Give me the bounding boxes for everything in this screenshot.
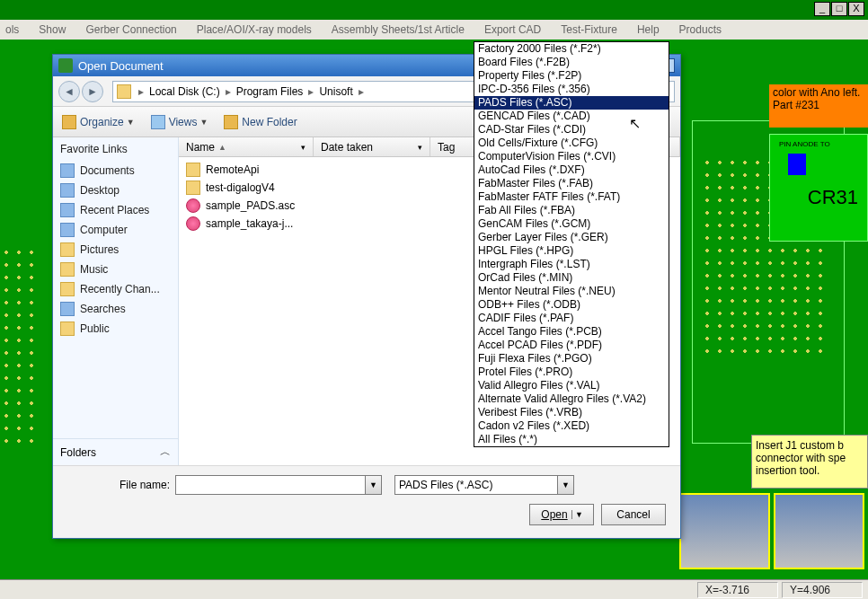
file-name-label: RemoteApi bbox=[206, 163, 259, 176]
folders-toggle[interactable]: Folders ︿ bbox=[53, 438, 178, 465]
favorite-desktop[interactable]: Desktop bbox=[53, 181, 178, 200]
chevron-right-icon: ▸ bbox=[224, 85, 233, 98]
filter-option[interactable]: CADIF Files (*.PAF) bbox=[474, 312, 669, 325]
chevron-down-icon[interactable]: ▼ bbox=[557, 476, 573, 494]
breadcrumb-segment[interactable]: Program Files bbox=[233, 85, 307, 98]
menu-place-aoi-x-ray-models[interactable]: Place/AOI/X-ray models bbox=[197, 23, 312, 36]
column-date[interactable]: Date taken▾ bbox=[314, 137, 430, 156]
folder-icon bbox=[60, 282, 75, 296]
filter-option[interactable]: OrCad Files (*.MIN) bbox=[474, 271, 669, 285]
filter-option[interactable]: Fuji Flexa Files (*.PGO) bbox=[474, 352, 669, 366]
filter-option[interactable]: IPC-D-356 Files (*.356) bbox=[474, 83, 669, 96]
folder-icon bbox=[60, 242, 75, 257]
pin-anode-text: PIN ANODE TO bbox=[779, 140, 858, 148]
chevron-right-icon: ▸ bbox=[137, 85, 146, 98]
thumbnail[interactable] bbox=[774, 493, 864, 569]
filter-option[interactable]: Fab All Files (*.FBA) bbox=[474, 204, 669, 217]
menu-ols[interactable]: ols bbox=[5, 23, 19, 36]
filter-option[interactable]: Board Files (*.F2B) bbox=[474, 56, 669, 69]
filter-option[interactable]: Accel PCAD Files (*.PDF) bbox=[474, 339, 669, 352]
back-button[interactable]: ◄ bbox=[58, 81, 80, 102]
views-icon bbox=[151, 115, 165, 129]
favorite-computer[interactable]: Computer bbox=[53, 220, 178, 240]
organize-icon bbox=[62, 115, 76, 129]
folder-icon bbox=[186, 181, 200, 195]
dialog-title-text: Open Document bbox=[78, 59, 164, 73]
menu-products[interactable]: Products bbox=[679, 23, 722, 36]
views-button[interactable]: Views▼ bbox=[151, 115, 208, 129]
file-name-label: sample_PADS.asc bbox=[206, 199, 295, 212]
filter-option[interactable]: Mentor Neutral Files (*.NEU) bbox=[474, 285, 669, 298]
chevron-down-icon[interactable]: ▼ bbox=[365, 476, 381, 494]
filter-option[interactable]: Accel Tango Files (*.PCB) bbox=[474, 325, 669, 339]
favorites-header: Favorite Links bbox=[53, 137, 178, 161]
filter-option[interactable]: FabMaster Files (*.FAB) bbox=[474, 177, 669, 190]
menu-assembly-sheets-1st-article[interactable]: Assembly Sheets/1st Article bbox=[332, 23, 465, 36]
filter-option[interactable]: Intergraph Files (*.LST) bbox=[474, 258, 669, 271]
filter-option[interactable]: HPGL Files (*.HPG) bbox=[474, 244, 669, 258]
file-type-filter[interactable]: PADS Files (*.ASC)▼ bbox=[394, 475, 574, 495]
favorite-label: Searches bbox=[80, 303, 126, 315]
component-pad bbox=[788, 154, 806, 175]
filter-option[interactable]: GenCAM Files (*.GCM) bbox=[474, 217, 669, 231]
column-name[interactable]: Name▲▾ bbox=[179, 137, 314, 156]
menu-test-fixture[interactable]: Test-Fixture bbox=[561, 23, 617, 36]
folder-icon bbox=[60, 183, 75, 198]
favorite-label: Pictures bbox=[80, 243, 119, 256]
filter-option[interactable]: PADS Files (*.ASC) bbox=[474, 96, 669, 110]
cancel-button[interactable]: Cancel bbox=[601, 504, 666, 525]
filter-option[interactable]: Veribest Files (*.VRB) bbox=[474, 406, 669, 419]
filter-option[interactable]: Alternate Valid Allegro Files (*.VA2) bbox=[474, 392, 669, 406]
dialog-bottom: File name: ▼ PADS Files (*.ASC)▼ Open▼ C… bbox=[53, 465, 680, 538]
filter-option[interactable]: Old Cells/Fixture (*.CFG) bbox=[474, 137, 669, 150]
new-folder-icon bbox=[224, 115, 238, 129]
close-button[interactable]: X bbox=[848, 2, 864, 16]
favorite-recent-places[interactable]: Recent Places bbox=[53, 200, 178, 220]
open-button[interactable]: Open▼ bbox=[529, 504, 594, 525]
thumbnail-strip bbox=[679, 493, 868, 569]
filter-option[interactable]: Factory 2000 Files (*.F2*) bbox=[474, 42, 669, 56]
menu-gerber-connection[interactable]: Gerber Connection bbox=[85, 23, 176, 36]
favorite-label: Desktop bbox=[80, 184, 120, 197]
minimize-button[interactable]: _ bbox=[814, 2, 830, 16]
filter-option[interactable]: ComputerVision Files (*.CVI) bbox=[474, 150, 669, 163]
chevron-down-icon[interactable]: ▼ bbox=[571, 510, 586, 519]
status-x: X=-3.716 bbox=[697, 582, 778, 598]
forward-button[interactable]: ► bbox=[82, 81, 103, 102]
filter-option[interactable]: Gerber Layer Files (*.GER) bbox=[474, 231, 669, 244]
menu-help[interactable]: Help bbox=[637, 23, 660, 36]
menu-export-cad[interactable]: Export CAD bbox=[484, 23, 541, 36]
cursor-icon: ↖ bbox=[629, 115, 641, 132]
filter-option[interactable]: All Files (*.*) bbox=[474, 433, 669, 446]
thumbnail[interactable] bbox=[679, 493, 770, 569]
folder-icon bbox=[60, 262, 75, 277]
favorite-music[interactable]: Music bbox=[53, 260, 178, 279]
filter-option[interactable]: AutoCad Files (*.DXF) bbox=[474, 163, 669, 177]
menu-show[interactable]: Show bbox=[39, 23, 66, 36]
favorite-searches[interactable]: Searches bbox=[53, 299, 178, 319]
favorite-label: Documents bbox=[80, 164, 135, 177]
filter-option[interactable]: Property Files (*.F2P) bbox=[474, 69, 669, 83]
filter-option[interactable]: ODB++ Files (*.ODB) bbox=[474, 298, 669, 312]
favorite-pictures[interactable]: Pictures bbox=[53, 240, 178, 260]
favorite-recently-chan-[interactable]: Recently Chan... bbox=[53, 279, 178, 299]
organize-button[interactable]: Organize▼ bbox=[62, 115, 135, 129]
filter-option[interactable]: FabMaster FATF Files (*.FAT) bbox=[474, 190, 669, 204]
favorite-documents[interactable]: Documents bbox=[53, 161, 178, 181]
file-name-label: test-digalogV4 bbox=[206, 181, 275, 194]
chevron-right-icon: ▸ bbox=[306, 85, 315, 98]
favorite-label: Public bbox=[80, 322, 110, 335]
maximize-button[interactable]: □ bbox=[831, 2, 847, 16]
breadcrumb-segment[interactable]: Unisoft bbox=[315, 85, 356, 98]
app-logo-icon bbox=[58, 58, 73, 73]
file-name-input[interactable]: ▼ bbox=[175, 475, 382, 495]
favorite-public[interactable]: Public bbox=[53, 319, 178, 339]
breadcrumb-segment[interactable]: Local Disk (C:) bbox=[146, 85, 224, 98]
new-folder-button[interactable]: New Folder bbox=[224, 115, 297, 129]
favorite-label: Recent Places bbox=[80, 204, 149, 216]
file-type-dropdown[interactable]: Factory 2000 Files (*.F2*)Board Files (*… bbox=[474, 41, 669, 447]
filter-option[interactable]: Cadon v2 Files (*.XED) bbox=[474, 419, 669, 433]
filter-option[interactable]: Valid Allegro Files (*.VAL) bbox=[474, 379, 669, 392]
favorites-pane: Favorite Links DocumentsDesktopRecent Pl… bbox=[53, 137, 179, 465]
filter-option[interactable]: Protel Files (*.PRO) bbox=[474, 366, 669, 379]
